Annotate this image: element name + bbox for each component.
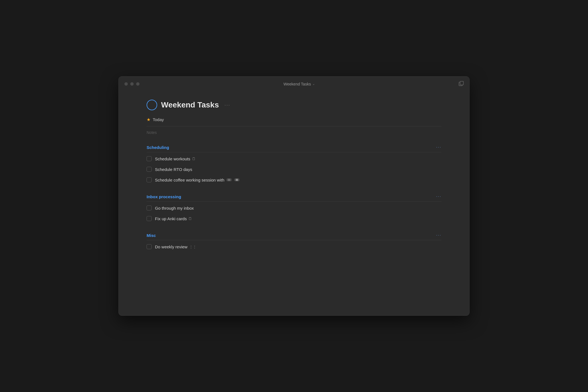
- page-icon: [147, 100, 157, 110]
- window-controls: [124, 82, 140, 86]
- notes-placeholder[interactable]: Notes: [147, 129, 441, 136]
- task-item: Do weekly review ⋮⋮: [147, 241, 441, 252]
- page-more-button[interactable]: ···: [223, 102, 232, 109]
- group-more-button-misc[interactable]: ···: [436, 233, 441, 238]
- today-label: ★ Today: [147, 116, 441, 123]
- today-section: ★ Today: [147, 116, 441, 126]
- page-header: Weekend Tasks ···: [147, 100, 441, 110]
- group-title-misc: Misc: [147, 233, 156, 238]
- group-title-inbox: Inbox processing: [147, 194, 181, 199]
- group-misc: Misc ··· Do weekly review ⋮⋮: [147, 233, 441, 252]
- group-title-scheduling: Scheduling: [147, 145, 169, 150]
- group-header-inbox: Inbox processing ···: [147, 194, 441, 202]
- group-more-button-inbox[interactable]: ···: [436, 194, 441, 199]
- task-item: Schedule coffee working session with: [147, 175, 441, 185]
- task-checkbox-4[interactable]: [147, 205, 152, 210]
- titlebar-title-text: Weekend Tasks: [283, 82, 311, 86]
- chevron-icon: ⌄: [312, 82, 315, 86]
- group-scheduling: Scheduling ··· Schedule workouts 🗒 Sched…: [147, 145, 441, 185]
- task-checkbox-5[interactable]: [147, 216, 152, 221]
- content-area: Weekend Tasks ··· ★ Today Notes Scheduli…: [119, 91, 469, 315]
- attachment-icon-1: 🗒: [192, 157, 196, 161]
- star-icon: ★: [147, 117, 150, 122]
- today-text: Today: [153, 117, 164, 122]
- group-more-button-scheduling[interactable]: ···: [436, 145, 441, 150]
- list-icon-6: ⋮⋮: [189, 245, 196, 249]
- minimize-button[interactable]: [130, 82, 134, 86]
- task-label-3: Schedule coffee working session with: [155, 178, 240, 182]
- task-label-5: Fix up Anki cards 🗒: [155, 216, 192, 221]
- task-checkbox-3[interactable]: [147, 177, 152, 182]
- group-inbox-processing: Inbox processing ··· Go through my inbox…: [147, 194, 441, 224]
- close-button[interactable]: [124, 82, 128, 86]
- group-header-misc: Misc ···: [147, 233, 441, 240]
- attachment-icon-5: 🗒: [188, 217, 192, 221]
- task-label-6: Do weekly review ⋮⋮: [155, 244, 196, 249]
- task-item: Fix up Anki cards 🗒: [147, 213, 441, 224]
- titlebar-title: Weekend Tasks ⌄: [283, 82, 315, 86]
- page-title: Weekend Tasks: [161, 101, 219, 109]
- duplicate-icon[interactable]: [459, 81, 464, 87]
- task-checkbox-1[interactable]: [147, 156, 152, 161]
- task-item: Schedule RTO days: [147, 164, 441, 175]
- group-header-scheduling: Scheduling ···: [147, 145, 441, 152]
- svg-rect-1: [460, 81, 463, 85]
- task-checkbox-2[interactable]: [147, 167, 152, 172]
- tag-dot-1: [228, 179, 230, 181]
- main-window: Weekend Tasks ⌄ Weekend Tasks ··· ★ Toda…: [118, 76, 470, 316]
- task-label-2: Schedule RTO days: [155, 167, 192, 172]
- task-label-4: Go through my inbox: [155, 206, 194, 210]
- task-item: Schedule workouts 🗒: [147, 153, 441, 164]
- person-tag-1: [227, 178, 232, 181]
- task-item: Go through my inbox: [147, 203, 441, 213]
- titlebar: Weekend Tasks ⌄: [119, 77, 469, 91]
- person-tag-2: [234, 178, 239, 181]
- task-label-1: Schedule workouts 🗒: [155, 156, 196, 161]
- tag-dot-2: [236, 179, 238, 181]
- task-checkbox-6[interactable]: [147, 244, 152, 249]
- maximize-button[interactable]: [136, 82, 140, 86]
